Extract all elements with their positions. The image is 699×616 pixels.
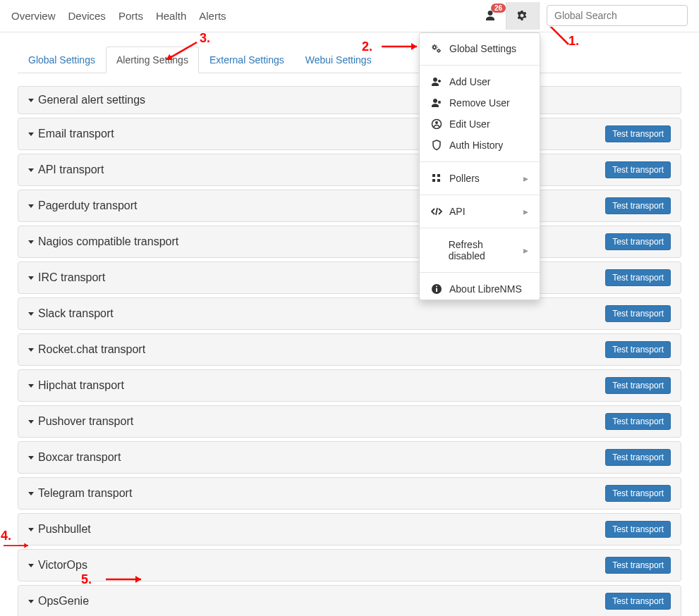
dropdown-item-api[interactable]: API▸: [420, 201, 540, 222]
dropdown-item-refresh-disabled[interactable]: Refresh disabled▸: [420, 234, 540, 266]
user-menu[interactable]: 26: [476, 2, 506, 29]
caret-down-icon: [28, 240, 34, 244]
test-transport-button[interactable]: Test transport: [605, 269, 671, 286]
test-transport-button[interactable]: Test transport: [605, 233, 671, 250]
panel-header[interactable]: General alert settings: [18, 87, 681, 113]
panel-title-text: IRC transport: [38, 271, 105, 284]
tab-global-settings[interactable]: Global Settings: [18, 47, 106, 73]
test-transport-button[interactable]: Test transport: [605, 161, 671, 178]
panel-victorops: VictorOpsTest transport: [18, 549, 681, 581]
dropdown-label: Global Settings: [449, 43, 516, 54]
panel-header[interactable]: Nagios compatible transportTest transpor…: [18, 226, 681, 257]
settings-dropdown: Global SettingsAdd UserRemove UserEdit U…: [419, 32, 540, 300]
panel-header[interactable]: API transportTest transport: [18, 154, 681, 185]
chevron-right-icon: ▸: [523, 245, 528, 256]
settings-gear-button[interactable]: [506, 2, 540, 29]
test-transport-button[interactable]: Test transport: [605, 485, 671, 502]
test-transport-button[interactable]: Test transport: [605, 521, 671, 538]
panel-header[interactable]: Pushover transportTest transport: [18, 406, 681, 437]
global-search-input[interactable]: [547, 5, 688, 26]
panel-header[interactable]: OpsGenieTest transport: [18, 586, 681, 616]
nav-overview[interactable]: Overview: [11, 1, 56, 30]
panel-header[interactable]: Pagerduty transportTest transport: [18, 190, 681, 221]
panel-title-text: Slack transport: [38, 307, 114, 320]
caret-down-icon: [28, 276, 34, 280]
test-transport-button[interactable]: Test transport: [605, 593, 671, 610]
caret-down-icon: [28, 312, 34, 316]
test-transport-button[interactable]: Test transport: [605, 305, 671, 322]
dropdown-label: API: [449, 206, 466, 217]
dropdown-label: Add User: [449, 76, 490, 87]
panel-nagios-compatible-transport: Nagios compatible transportTest transpor…: [18, 226, 681, 258]
panel-boxcar-transport: Boxcar transportTest transport: [18, 441, 681, 474]
dropdown-divider: [420, 272, 540, 273]
panel-title-text: Hipchat transport: [38, 379, 124, 392]
panel-title-text: Nagios compatible transport: [38, 235, 178, 248]
notification-badge[interactable]: 26: [491, 4, 506, 13]
dropdown-divider: [420, 65, 540, 66]
caret-down-icon: [28, 492, 34, 495]
caret-down-icon: [28, 600, 34, 603]
test-transport-button[interactable]: Test transport: [605, 557, 671, 574]
panel-header[interactable]: VictorOpsTest transport: [18, 550, 681, 581]
test-transport-button[interactable]: Test transport: [605, 125, 671, 142]
panel-hipchat-transport: Hipchat transportTest transport: [18, 369, 681, 402]
nav-ports[interactable]: Ports: [118, 1, 143, 30]
grid-icon: [431, 173, 442, 184]
panel-title-text: OpsGenie: [38, 595, 89, 608]
panel-rocket-chat-transport: Rocket.chat transportTest transport: [18, 333, 681, 366]
nav-devices[interactable]: Devices: [68, 1, 106, 30]
dropdown-divider: [420, 195, 540, 195]
dropdown-item-remove-user[interactable]: Remove User: [420, 92, 540, 113]
dropdown-label: Remove User: [449, 97, 510, 109]
tab-webui-settings[interactable]: Webui Settings: [295, 47, 382, 73]
panel-header[interactable]: Boxcar transportTest transport: [18, 442, 681, 473]
panel-general-alert-settings: General alert settings: [18, 86, 681, 114]
dropdown-item-pollers[interactable]: Pollers▸: [420, 168, 540, 189]
test-transport-button[interactable]: Test transport: [605, 377, 671, 394]
dropdown-divider: [420, 161, 540, 162]
caret-down-icon: [28, 204, 34, 208]
top-navbar: OverviewDevicesPortsHealthAlerts 26: [0, 0, 699, 32]
panel-header[interactable]: Hipchat transportTest transport: [18, 370, 681, 401]
nav-health[interactable]: Health: [156, 1, 186, 30]
tab-external-settings[interactable]: External Settings: [199, 47, 295, 73]
user-plus-icon: [431, 76, 442, 87]
panel-header[interactable]: Telegram transportTest transport: [18, 478, 681, 509]
caret-down-icon: [28, 384, 34, 388]
dropdown-item-edit-user[interactable]: Edit User: [420, 113, 540, 135]
dropdown-item-add-user[interactable]: Add User: [420, 71, 540, 92]
nav-alerts[interactable]: Alerts: [199, 1, 226, 30]
test-transport-button[interactable]: Test transport: [605, 197, 671, 214]
panel-title-text: Pagerduty transport: [38, 199, 138, 212]
settings-tabs: Global SettingsAlerting SettingsExternal…: [18, 47, 681, 73]
panel-slack-transport: Slack transportTest transport: [18, 297, 681, 330]
dropdown-item-auth-history[interactable]: Auth History: [420, 135, 540, 156]
dropdown-item-about-librenms[interactable]: About LibreNMS: [420, 278, 540, 300]
user-times-icon: [431, 97, 442, 109]
caret-down-icon: [28, 420, 34, 424]
panel-header[interactable]: Slack transportTest transport: [18, 298, 681, 329]
caret-down-icon: [28, 456, 34, 460]
test-transport-button[interactable]: Test transport: [605, 413, 671, 430]
tab-alerting-settings[interactable]: Alerting Settings: [106, 47, 199, 73]
panel-header[interactable]: PushbulletTest transport: [18, 514, 681, 545]
gears-icon: [431, 43, 442, 54]
shield-icon: [431, 140, 442, 151]
test-transport-button[interactable]: Test transport: [605, 449, 671, 466]
caret-down-icon: [28, 99, 34, 102]
panel-api-transport: API transportTest transport: [18, 154, 681, 186]
panel-opsgenie: OpsGenieTest transportOpsGenie URL?: [18, 585, 681, 616]
code-icon: [431, 206, 442, 217]
dropdown-item-global-settings[interactable]: Global Settings: [420, 33, 540, 59]
panel-pagerduty-transport: Pagerduty transportTest transport: [18, 190, 681, 222]
panel-header[interactable]: Rocket.chat transportTest transport: [18, 334, 681, 365]
test-transport-button[interactable]: Test transport: [605, 341, 671, 358]
dropdown-label: Edit User: [449, 118, 490, 130]
panel-header[interactable]: IRC transportTest transport: [18, 262, 681, 293]
panel-irc-transport: IRC transportTest transport: [18, 261, 681, 294]
gear-icon: [516, 10, 529, 23]
panel-pushbullet: PushbulletTest transport: [18, 513, 681, 546]
panel-title-text: Pushover transport: [38, 415, 133, 428]
panel-header[interactable]: Email transportTest transport: [18, 118, 681, 149]
